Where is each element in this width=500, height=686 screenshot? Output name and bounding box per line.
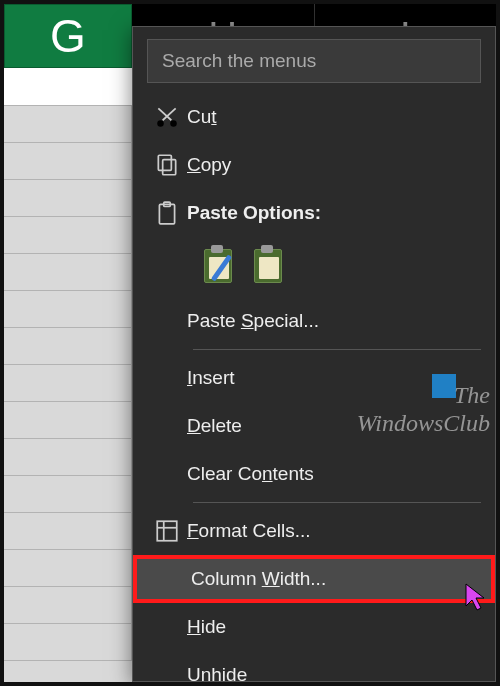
format-cells-item[interactable]: Format Cells... [133,507,495,555]
copy-icon [147,152,187,178]
menu-label: Hide [187,616,481,638]
cell-row[interactable] [4,254,132,291]
cell-row[interactable] [4,550,132,587]
menu-label: Format Cells... [187,520,481,542]
cell-row[interactable] [4,365,132,402]
menu-label: Unhide [187,664,481,686]
context-menu: Search the menus Cut Copy Paste Options:… [132,26,496,682]
menu-search-input[interactable]: Search the menus [147,39,481,83]
cell-row[interactable] [4,624,132,661]
column-width-item[interactable]: Column Width... [133,555,495,603]
hide-item[interactable]: Hide [133,603,495,651]
paste-icon[interactable] [201,243,233,283]
cell-row[interactable] [4,180,132,217]
cell-row[interactable] [4,587,132,624]
clipboard-icon [147,200,187,226]
menu-label: Delete [187,415,481,437]
svg-rect-5 [163,160,176,175]
separator [193,349,481,350]
cell-row[interactable] [4,328,132,365]
column-header-g[interactable]: G [4,4,132,68]
cell-row[interactable] [4,439,132,476]
cell-row[interactable] [4,291,132,328]
cell-row[interactable] [4,106,132,143]
menu-label: Copy [187,154,481,176]
clear-contents-item[interactable]: Clear Contents [133,450,495,498]
menu-label: Insert [187,367,481,389]
cell-row[interactable] [4,402,132,439]
format-cells-icon [147,518,187,544]
selected-column-cells [4,68,132,686]
cell-row[interactable] [4,513,132,550]
menu-label: Paste Options: [187,202,481,224]
svg-rect-4 [158,155,171,170]
paste-options-header: Paste Options: [133,189,495,237]
insert-item[interactable]: Insert [133,354,495,402]
cell-row[interactable] [4,143,132,180]
cell-row[interactable] [4,476,132,513]
svg-rect-8 [157,521,177,541]
unhide-item[interactable]: Unhide [133,651,495,686]
menu-label: Paste Special... [187,310,481,332]
separator [193,502,481,503]
paste-options-row [133,237,495,297]
paste-values-icon[interactable] [251,243,283,283]
cell-row[interactable] [4,68,132,106]
delete-item[interactable]: Delete [133,402,495,450]
menu-label: Column Width... [191,568,477,590]
svg-point-0 [157,120,164,127]
menu-label: Cut [187,106,481,128]
scissors-icon [147,104,187,130]
svg-point-1 [170,120,177,127]
cut-item[interactable]: Cut [133,93,495,141]
menu-label: Clear Contents [187,463,481,485]
cell-row[interactable] [4,217,132,254]
paste-special-item[interactable]: Paste Special... [133,297,495,345]
copy-item[interactable]: Copy [133,141,495,189]
